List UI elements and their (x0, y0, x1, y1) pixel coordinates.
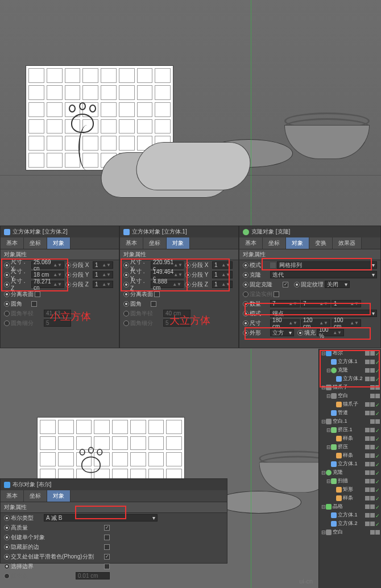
size-y-field[interactable]: 149.464 c▲▼ (151, 271, 184, 278)
om-item[interactable]: ⊟克隆✓ (319, 366, 381, 374)
size-z[interactable]: 100 cm▲▼ (332, 319, 361, 327)
seg-x-field[interactable]: 1▲▼ (93, 261, 113, 269)
tab-basic[interactable]: 基本 (120, 237, 143, 249)
tab-object[interactable]: 对象 (167, 237, 190, 249)
pmode-dropdown[interactable]: 端点▾ (270, 310, 377, 317)
tab-coord[interactable]: 坐标 (143, 237, 167, 249)
bool-type-dropdown[interactable]: A 减 B▾ (44, 514, 158, 522)
om-item[interactable]: ⊟扫描✓ (319, 477, 381, 485)
phong-check[interactable] (104, 554, 110, 560)
bool-panel: 布尔对象 [布尔] 基本 坐标 对象 对象属性 布尔类型A 减 B▾ 高质量 创… (0, 478, 227, 564)
om-item[interactable]: ·立方体.2✓ (319, 519, 381, 528)
tab-coord[interactable]: 坐标 (24, 237, 47, 249)
om-item[interactable]: ·立方体.1✓ (319, 357, 381, 366)
om-item[interactable]: ·管道✓ (319, 408, 381, 417)
fixtex-dropdown[interactable]: 关闭▾ (325, 281, 350, 288)
om-item[interactable]: ·立方体.2✓ (319, 374, 381, 383)
mode-dropdown[interactable]: 网格排列▾ (277, 261, 377, 269)
fill-field[interactable]: 100 %▲▼ (317, 329, 344, 336)
om-item[interactable]: ⊟晶格✓ (319, 502, 381, 511)
bool-icon (4, 482, 10, 488)
om-item[interactable]: ⊟猫爪子 (319, 383, 381, 391)
radio[interactable] (65, 262, 71, 268)
panel-title: 立方体对象 [立方体.1] (132, 228, 187, 236)
tab-object[interactable]: 对象 (47, 237, 71, 249)
om-item[interactable]: ·样条✓ (319, 451, 381, 460)
cube1-panel: 立方体对象 [立方体.1] 基本 坐标 对象 对象属性 尺寸 . X220.95… (119, 226, 239, 348)
bowl-obj (284, 112, 370, 164)
count-y[interactable]: 7▲▼ (301, 300, 330, 307)
tab-effector[interactable]: 效果器 (333, 237, 362, 249)
om-item[interactable]: ⊟挤压✓ (319, 443, 381, 451)
om-item[interactable]: ·样条✓ (319, 494, 381, 502)
clone-panel: 克隆对象 [克隆] 基本 坐标 对象 变换 效果器 对象属性 模式网格排列▾ 克… (239, 226, 381, 348)
panel-title: 克隆对象 [克隆] (251, 228, 290, 236)
tab-object[interactable]: 对象 (47, 490, 71, 502)
count-z[interactable]: 1▲▼ (332, 300, 361, 307)
sel-check[interactable] (104, 564, 110, 569)
fixclone-check[interactable] (283, 282, 288, 287)
panel-title: 布尔对象 [布尔] (13, 481, 51, 489)
object-manager[interactable]: ⊟布尔✓·立方体.1✓⊟克隆✓·立方体.2✓⊟猫爪子⊟空白·猫爪子✓·管道✓⊟空… (318, 349, 381, 588)
cube-icon (123, 229, 130, 235)
size-z-field[interactable]: 4.888 cm▲▼ (151, 281, 184, 288)
om-item[interactable]: ·立方体.1✓ (319, 460, 381, 468)
tab-transform[interactable]: 变换 (309, 237, 333, 249)
size-y-field[interactable]: 18 cm▲▼ (31, 271, 64, 278)
hide-check[interactable] (104, 544, 110, 550)
om-item[interactable]: ⊟布尔✓ (319, 349, 381, 357)
om-item[interactable]: ⊟空白 (319, 528, 381, 536)
tab-coord[interactable]: 坐标 (24, 490, 47, 502)
clone-icon (243, 229, 249, 235)
size-x-field[interactable]: 220.951 c▲▼ (151, 261, 184, 269)
tab-coord[interactable]: 坐标 (263, 237, 286, 249)
grid-icon (270, 262, 276, 268)
om-item[interactable]: ·猫爪子✓ (319, 400, 381, 408)
viewport-top[interactable] (0, 0, 381, 226)
hq-check[interactable] (104, 525, 110, 531)
om-item[interactable]: ·矩形✓ (319, 485, 381, 494)
watermark: ui-cn (299, 578, 313, 585)
sep-check[interactable] (35, 291, 40, 297)
clone-mode[interactable]: 迭代▾ (270, 271, 377, 278)
om-item[interactable]: ⊟空白.1 (319, 417, 381, 426)
om-item[interactable]: ·样条✓ (319, 434, 381, 443)
anno-big-cube: 大立方体 (169, 314, 210, 327)
om-item[interactable]: ⊟克隆✓ (319, 468, 381, 477)
single-check[interactable] (104, 535, 110, 540)
seg-y-field[interactable]: 1▲▼ (93, 271, 113, 278)
panel-title: 立方体对象 [立方体.2] (13, 228, 68, 236)
size-y[interactable]: 120 cm▲▼ (301, 319, 330, 327)
tab-basic[interactable]: 基本 (1, 237, 24, 249)
om-item[interactable]: ⊟空白 (319, 391, 381, 400)
tab-object[interactable]: 对象 (286, 237, 309, 249)
size-x-field[interactable]: 25.069 cn▲▼ (31, 261, 64, 269)
om-item[interactable]: ·立方体.1✓ (319, 511, 381, 519)
seg-z-field[interactable]: 1▲▼ (93, 281, 113, 288)
cube2-panel: 立方体对象 [立方体.2] 基本 坐标 对象 对象属性 尺寸 . X25.069… (0, 226, 119, 348)
count-x[interactable]: 7▲▼ (270, 300, 300, 307)
anno-small-cube: 小立方体 (50, 310, 91, 323)
size-x[interactable]: 180 cm▲▼ (270, 319, 300, 327)
size-z-field[interactable]: 78.271 cn▲▼ (31, 281, 64, 288)
panel-header: 立方体对象 [立方体.2] (1, 226, 119, 237)
shape-dropdown[interactable]: 立方▾ (270, 329, 294, 336)
fillet-check[interactable] (31, 301, 37, 307)
om-item[interactable]: ⊟挤压.1✓ (319, 426, 381, 434)
tab-basic[interactable]: 基本 (1, 490, 24, 502)
radio[interactable] (4, 262, 10, 268)
tab-basic[interactable]: 基本 (239, 237, 263, 249)
cube-icon (4, 229, 10, 235)
